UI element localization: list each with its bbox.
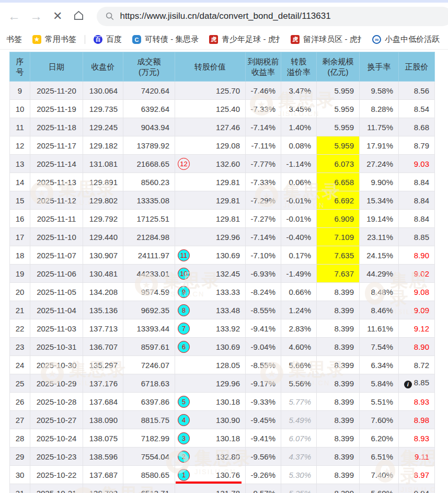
date-cell: 2025-10-24 [30, 429, 83, 448]
ytm-cell: -6.93% [246, 265, 281, 283]
stock-price-cell: 8.79 [399, 136, 435, 155]
close-cell: 135.136 [83, 301, 123, 319]
table-row: 182025-11-07130.90724111.9711130.69-7.10… [10, 246, 435, 265]
ytm-cell: -9.26% [246, 466, 281, 484]
bookmark-item[interactable]: ∞小盘中低价活跃 [367, 35, 445, 44]
ytm-cell: -9.56% [246, 448, 281, 466]
conv-value: 131.78 [216, 489, 240, 493]
forward-button[interactable]: → [25, 8, 47, 25]
stock-price-cell: 9.08 [399, 283, 435, 301]
ytm-cell: -9.04% [246, 338, 281, 356]
volume-cell: 7420.64 [123, 82, 175, 100]
conv-value-cell: 129.96 [175, 228, 246, 246]
close-cell: 136.707 [83, 338, 123, 356]
seq-cell: 22 [10, 319, 30, 338]
stock-price-cell: 9.04 [399, 484, 435, 493]
stock-price-cell: 8.72 [399, 356, 435, 374]
premium-cell: 0.06% [281, 173, 317, 191]
remaining-cell: 7.109 [317, 228, 360, 246]
premium-cell: 6.07% [281, 429, 317, 448]
volume-cell: 44233.01 [123, 265, 175, 283]
bookmark-label: 留洋球员区 - 虎扑 [303, 35, 362, 44]
ring-icon: ∞ [372, 35, 381, 44]
url-text: https://www.jisilu.cn/data/convert_bond_… [120, 11, 330, 21]
table-row: 232025-10-31136.7078597.616130.69-9.04%4… [10, 338, 435, 356]
day-counter-badge: 8 [178, 304, 190, 316]
close-cell: 135.297 [83, 356, 123, 374]
bookmark-item[interactable]: C可转债 - 集思录 [127, 35, 204, 44]
volume-cell: 21284.98 [123, 228, 175, 246]
stock-price-cell: 8.68 [399, 118, 435, 136]
close-cell: 129.245 [83, 118, 123, 136]
conv-value-cell: 4130.90 [175, 411, 246, 429]
conv-value: 130.90 [216, 416, 240, 425]
premium-cell: -1.14% [281, 155, 317, 173]
bookmark-item[interactable]: ★常用书签 [27, 35, 82, 44]
seq-cell: 25 [10, 374, 30, 393]
table-row: 162025-11-11129.79217125.51129.81-7.27%-… [10, 210, 435, 228]
column-header-ytm: 到期税前收益率 [246, 52, 281, 82]
volume-cell: 7182.99 [123, 429, 175, 448]
close-cell: 129.792 [83, 210, 123, 228]
volume-cell: 6397.86 [123, 393, 175, 411]
premium-cell: 5.77% [281, 393, 317, 411]
ytm-cell: -7.14% [246, 228, 281, 246]
turnover-cell: 44.29% [360, 265, 399, 283]
info-icon[interactable]: i [404, 381, 412, 388]
close-cell: 138.596 [83, 448, 123, 466]
seq-cell: 20 [10, 283, 30, 301]
conv-value: 129.81 [216, 196, 240, 205]
date-cell: 2025-10-29 [30, 374, 83, 393]
conv-value: 130.69 [216, 251, 240, 260]
conv-value: 129.81 [216, 178, 240, 187]
date-cell: 2025-11-10 [30, 228, 83, 246]
stock-price-cell: 8.84 [399, 191, 435, 210]
remaining-cell: 8.399 [317, 374, 360, 393]
day-counter-badge: 10 [178, 268, 190, 280]
url-bar[interactable]: https://www.jisilu.cn/data/convert_bond_… [97, 7, 448, 26]
table-row: 92025-11-20130.0647420.64125.70-7.46%3.4… [10, 82, 435, 100]
back-button[interactable]: ← [3, 8, 25, 25]
table-row: 242025-10-30135.2977246.07128.05-8.55%5.… [10, 356, 435, 374]
conv-value: 132.45 [216, 269, 240, 278]
conv-value: 133.92 [216, 324, 240, 333]
conv-value-cell: 129.81 [175, 210, 246, 228]
close-cell: 138.090 [83, 411, 123, 429]
volume-cell: 6513.71 [123, 484, 175, 493]
conv-value-cell: 129.96 [175, 374, 246, 393]
conv-value-cell: 127.46 [175, 118, 246, 136]
bookmark-item[interactable]: 书签 [1, 35, 27, 44]
remaining-cell: 8.399 [317, 466, 360, 484]
table-row: 152025-11-12129.80213335.08129.81-7.29%-… [10, 191, 435, 210]
day-counter-badge: 9 [178, 286, 190, 298]
volume-cell: 8597.61 [123, 338, 175, 356]
seq-cell: 9 [10, 82, 30, 100]
table-row: 302025-10-22137.6878580.651130.76-9.26%5… [10, 466, 435, 484]
remaining-cell: 6.909 [317, 210, 360, 228]
conv-value-cell: 128.05 [175, 356, 246, 374]
home-icon[interactable] [68, 8, 89, 25]
close-cell: 129.440 [83, 228, 123, 246]
close-button[interactable]: ✕ [47, 8, 68, 24]
column-header-date: 日期 [30, 52, 83, 82]
premium-cell: 5.66% [281, 356, 317, 374]
bookmark-item[interactable]: 百百度 [88, 35, 127, 44]
bookmark-item[interactable]: 虎青少年足球 - 虎扑 [204, 35, 285, 44]
volume-cell: 17125.51 [123, 210, 175, 228]
ytm-cell: -9.33% [246, 393, 281, 411]
seq-cell: 30 [10, 466, 30, 484]
bookmark-item[interactable]: 虎留洋球员区 - 虎扑 [285, 35, 367, 44]
remaining-cell: 8.399 [317, 393, 360, 411]
bookmark-label: 青少年足球 - 虎扑 [222, 35, 280, 44]
seq-cell: 15 [10, 191, 30, 210]
remaining-cell: 8.399 [317, 411, 360, 429]
conv-value-cell: 9133.33 [175, 283, 246, 301]
column-header-seq: 序号 [10, 52, 30, 82]
remaining-cell: 8.399 [317, 484, 360, 493]
date-cell: 2025-10-23 [30, 448, 83, 466]
bond-table-body: 92025-11-20130.0647420.64125.70-7.46%3.4… [10, 82, 435, 493]
table-row: 262025-10-28137.6846397.865130.18-9.33%5… [10, 393, 435, 411]
close-cell: 130.907 [83, 246, 123, 265]
table-row: 312025-10-21138.7036513.71131.78-9.57%5.… [10, 484, 435, 493]
turnover-cell: 5.51% [360, 393, 399, 411]
